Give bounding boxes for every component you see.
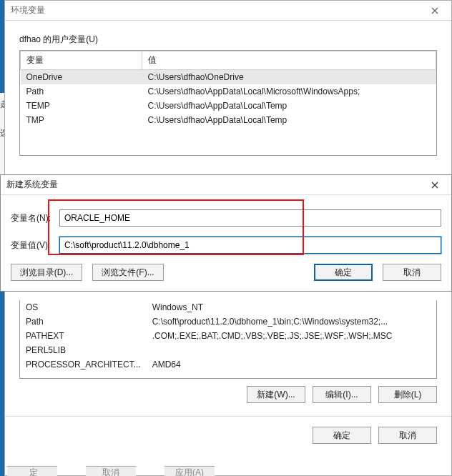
cell-value: C:\Users\dfhao\AppData\Local\Temp xyxy=(142,99,436,113)
table-row[interactable]: OSWindows_NT xyxy=(20,300,436,314)
table-row[interactable]: PathC:\soft\product\11.2.0\dbhome_1\bin;… xyxy=(20,314,436,329)
edit-button[interactable]: 编辑(I)... xyxy=(313,386,371,403)
table-row[interactable]: PATHEXT.COM;.EXE;.BAT;.CMD;.VBS;.VBE;.JS… xyxy=(20,329,436,343)
cell-value: C:\Users\dfhao\AppData\Local\Temp xyxy=(142,113,436,127)
ok-button[interactable]: 确定 xyxy=(313,427,371,444)
titlebar: 新建系统变量 xyxy=(1,175,451,195)
variable-value-input[interactable] xyxy=(59,237,441,254)
cell-variable: OS xyxy=(20,300,147,314)
table-row[interactable]: PROCESSOR_ARCHITECT...AMD64 xyxy=(20,357,436,372)
user-vars-label: dfhao 的用户变量(U) xyxy=(19,34,451,46)
browse-file-button[interactable]: 浏览文件(F)... xyxy=(92,264,164,281)
partial-button: 定 xyxy=(7,466,57,476)
partial-button: 取消 xyxy=(86,466,136,476)
cell-value: Windows_NT xyxy=(147,300,436,314)
window-title: 环境变量 xyxy=(11,4,45,16)
table-row[interactable]: PathC:\Users\dfhao\AppData\Local\Microso… xyxy=(21,84,436,99)
new-system-variable-dialog: 新建系统变量 变量名(N): 变量值(V): 浏览目录(D)... 浏览文件(F… xyxy=(0,174,452,292)
table-row[interactable]: TEMPC:\Users\dfhao\AppData\Local\Temp xyxy=(21,99,436,113)
variable-value-label: 变量值(V): xyxy=(11,239,59,252)
cell-variable: PATHEXT xyxy=(20,329,147,343)
cell-variable: PERL5LIB xyxy=(20,343,147,357)
browse-directory-button[interactable]: 浏览目录(D)... xyxy=(11,264,82,281)
cell-value: C:\Users\dfhao\AppData\Local\Microsoft\W… xyxy=(142,84,436,99)
system-vars-buttons: 新建(W)... 编辑(I)... 删除(L) xyxy=(19,386,437,403)
dialog-title: 新建系统变量 xyxy=(6,179,58,191)
table-row[interactable]: TMPC:\Users\dfhao\AppData\Local\Temp xyxy=(21,113,436,127)
cell-variable: Path xyxy=(20,314,147,329)
cell-value xyxy=(147,343,436,357)
cell-value: AMD64 xyxy=(147,357,436,372)
cell-variable: TMP xyxy=(21,113,142,127)
dialog-buttons: 确定 取消 xyxy=(19,427,437,444)
close-icon[interactable] xyxy=(424,178,446,192)
new-button[interactable]: 新建(W)... xyxy=(247,386,305,403)
table-row[interactable]: OneDriveC:\Users\dfhao\OneDrive xyxy=(21,70,436,85)
cell-value: .COM;.EXE;.BAT;.CMD;.VBS;.VBE;.JS;.JSE;.… xyxy=(147,329,436,343)
delete-button[interactable]: 删除(L) xyxy=(378,386,437,403)
column-header-variable[interactable]: 变量 xyxy=(21,51,142,70)
variable-name-label: 变量名(N): xyxy=(11,212,59,224)
cancel-button[interactable]: 取消 xyxy=(378,427,437,444)
cell-variable: PROCESSOR_ARCHITECT... xyxy=(20,357,147,372)
cancel-button[interactable]: 取消 xyxy=(383,264,441,281)
cell-value: C:\soft\product\11.2.0\dbhome_1\bin;C:\W… xyxy=(147,314,436,329)
titlebar: 环境变量 xyxy=(5,1,451,21)
close-icon[interactable] xyxy=(424,4,446,18)
user-vars-table[interactable]: 变量 值 OneDriveC:\Users\dfhao\OneDrivePath… xyxy=(19,50,437,156)
cell-variable: OneDrive xyxy=(21,70,142,85)
variable-name-input[interactable] xyxy=(59,209,441,227)
background-buttons-partial: 定 取消 应用(A) xyxy=(7,466,215,476)
cell-value: C:\Users\dfhao\OneDrive xyxy=(142,70,436,85)
table-row[interactable]: PERL5LIB xyxy=(20,343,436,357)
ok-button[interactable]: 确定 xyxy=(314,264,373,281)
column-header-value[interactable]: 值 xyxy=(142,51,436,70)
cell-variable: Path xyxy=(21,84,142,99)
partial-button: 应用(A) xyxy=(164,466,215,476)
system-vars-table[interactable]: OSWindows_NTPathC:\soft\product\11.2.0\d… xyxy=(19,300,437,379)
cell-variable: TEMP xyxy=(21,99,142,113)
